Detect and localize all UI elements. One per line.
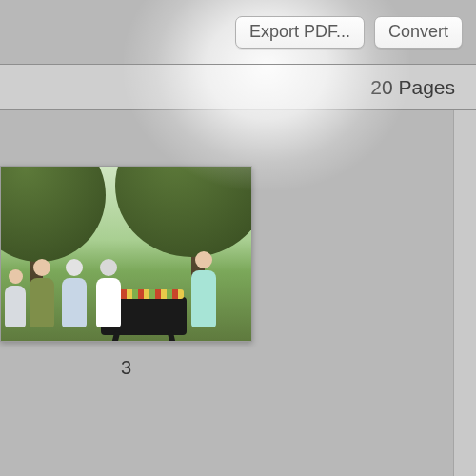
thumbnail-area: 3 <box>0 110 476 476</box>
thumbnail-image <box>0 166 252 342</box>
page-count-label: 20 Pages <box>370 76 455 99</box>
thumbnail-page-number: 3 <box>0 357 252 379</box>
convert-button[interactable]: Convert <box>374 16 463 49</box>
page-thumbnail[interactable]: 3 <box>0 166 252 379</box>
vertical-scrollbar[interactable] <box>453 110 476 476</box>
export-pdf-button[interactable]: Export PDF... <box>235 16 365 49</box>
